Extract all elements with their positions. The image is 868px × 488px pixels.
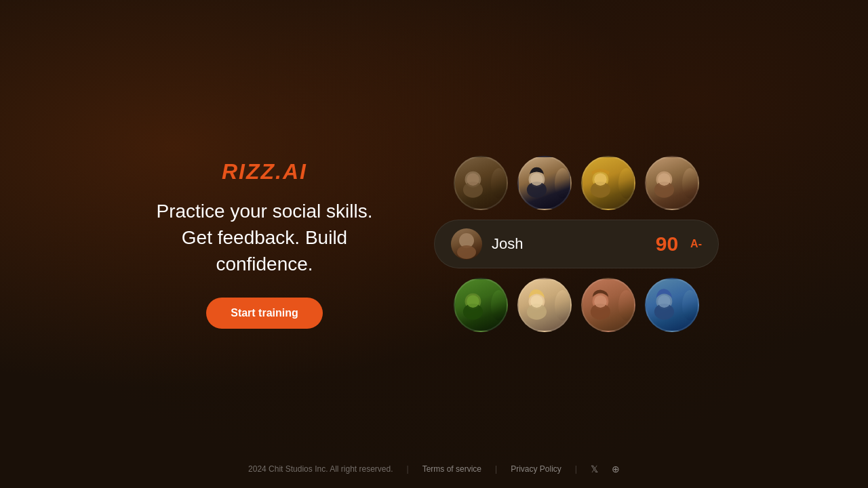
- character-avatar-3[interactable]: [581, 156, 635, 210]
- app-logo: RIZZ.AI: [222, 159, 307, 184]
- score-name: Josh: [492, 235, 646, 253]
- character-avatar-5[interactable]: [454, 278, 508, 332]
- svg-point-13: [457, 245, 476, 259]
- score-number: 90: [656, 232, 678, 256]
- privacy-link[interactable]: Privacy Policy: [511, 464, 561, 474]
- character-avatar-8[interactable]: [645, 278, 699, 332]
- main-container: RIZZ.AI Practice your social skills. Get…: [0, 156, 868, 332]
- copyright-text: 2024 Chit Studios Inc. All right reserve…: [248, 464, 393, 474]
- terms-link[interactable]: Terms of service: [422, 464, 481, 474]
- divider-3: |: [575, 464, 577, 474]
- character-row-bottom: [454, 278, 699, 332]
- character-avatar-2[interactable]: [517, 156, 572, 210]
- character-avatar-7[interactable]: [581, 278, 635, 332]
- svg-point-19: [530, 295, 543, 308]
- footer: 2024 Chit Studios Inc. All right reserve…: [0, 464, 868, 474]
- svg-point-22: [594, 295, 607, 308]
- twitter-x-icon[interactable]: 𝕏: [591, 464, 598, 474]
- svg-point-11: [658, 173, 671, 186]
- start-training-button[interactable]: Start training: [206, 298, 323, 329]
- app-tagline: Practice your social skills. Get feedbac…: [149, 198, 380, 278]
- character-row-top: [454, 156, 699, 210]
- svg-point-2: [467, 173, 479, 186]
- character-avatar-4[interactable]: [645, 156, 699, 210]
- josh-avatar: [451, 228, 482, 260]
- divider-1: |: [407, 464, 409, 474]
- svg-point-8: [594, 173, 607, 186]
- character-avatar-1[interactable]: [454, 156, 508, 210]
- svg-point-16: [467, 295, 479, 308]
- score-bar: Josh 90 A-: [434, 220, 719, 268]
- right-panel: Josh 90 A-: [434, 156, 719, 332]
- svg-point-25: [658, 295, 671, 308]
- divider-2: |: [495, 464, 497, 474]
- character-avatar-6[interactable]: [517, 278, 572, 332]
- left-panel: RIZZ.AI Practice your social skills. Get…: [149, 159, 380, 329]
- svg-point-5: [530, 173, 543, 186]
- score-grade: A-: [690, 238, 702, 250]
- discord-icon[interactable]: ⊕: [612, 464, 620, 474]
